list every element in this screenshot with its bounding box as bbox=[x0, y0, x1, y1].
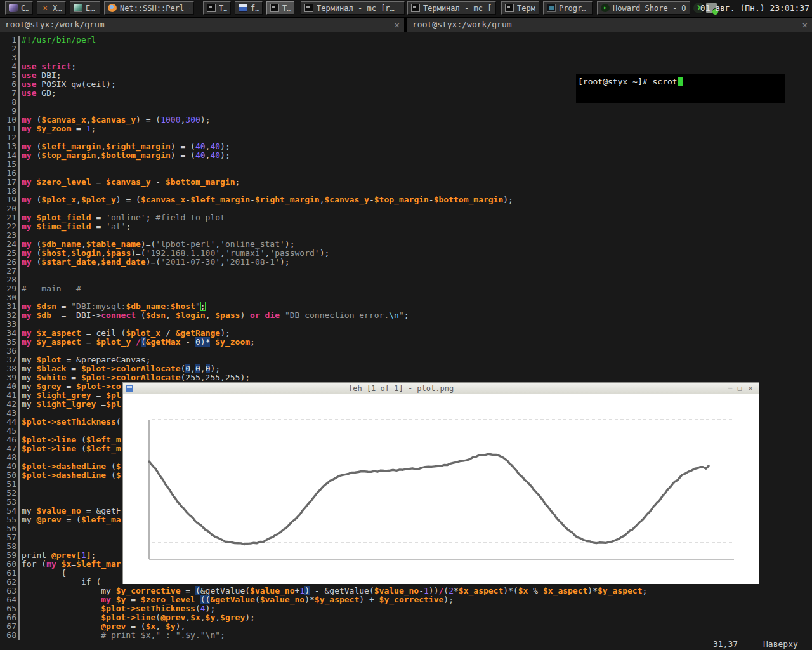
code-line: 34my $x_aspect = ceil ($plot_x / &getRan… bbox=[0, 329, 812, 338]
taskbar-button[interactable]: Net::SSH::Perl -… bbox=[104, 1, 194, 15]
line-number: 11 bbox=[0, 124, 16, 133]
line-number: 68 bbox=[0, 631, 16, 640]
line-number: 35 bbox=[0, 338, 16, 347]
line-number: 48 bbox=[0, 453, 16, 462]
terminal-icon bbox=[505, 4, 514, 12]
taskbar-button[interactable]: ▸Howard Shore - O… bbox=[597, 1, 690, 15]
line-number: 67 bbox=[0, 622, 16, 631]
code-line: 17my $zero_level = $canvas_y - $bottom_m… bbox=[0, 178, 812, 187]
code-line: 68 # print $x," : ".$y."\n"; bbox=[0, 631, 812, 640]
feh-window[interactable]: feh [1 of 1] - plot.png – □ ✕ bbox=[122, 382, 759, 584]
left-terminal-titlebar[interactable]: root@styx:/work/grum ✕ bbox=[0, 18, 404, 32]
line-number: 59 bbox=[0, 551, 16, 560]
line-number: 15 bbox=[0, 160, 16, 169]
line-number: 3 bbox=[0, 53, 16, 62]
code-line: 37my $plot = &prepareCanvas; bbox=[0, 355, 812, 364]
taskbar-button[interactable]: E… bbox=[70, 1, 100, 15]
close-icon[interactable]: ✕ bbox=[746, 383, 755, 393]
line-number: 33 bbox=[0, 320, 16, 329]
clock[interactable]: 01 авг. (Пн.) 23:01:37 bbox=[700, 3, 809, 13]
line-number: 24 bbox=[0, 240, 16, 249]
taskbar-button[interactable]: ✕X… bbox=[37, 1, 66, 15]
line-number: 28 bbox=[0, 275, 16, 284]
line-number: 20 bbox=[0, 204, 16, 213]
taskbar-button[interactable]: C… bbox=[5, 1, 33, 15]
close-icon[interactable]: ✕ bbox=[802, 18, 808, 32]
code-line: 1#!/usr/bin/perl bbox=[0, 36, 812, 44]
taskbar-button[interactable]: Progr… bbox=[543, 1, 593, 15]
code-line: 21my $plot_field = 'online'; #field to p… bbox=[0, 213, 812, 222]
image-viewer-icon bbox=[74, 4, 82, 12]
line-number: 2 bbox=[0, 44, 16, 53]
line-number: 22 bbox=[0, 222, 16, 231]
files-icon bbox=[239, 4, 247, 12]
taskbar-button-label: E… bbox=[86, 4, 95, 13]
line-number: 21 bbox=[0, 213, 16, 222]
feh-window-title: feh [1 of 1] - plot.png bbox=[348, 383, 454, 394]
taskbar-button-label: Net::SSH::Perl -… bbox=[120, 4, 190, 13]
line-number: 43 bbox=[0, 409, 16, 418]
code-line: 25my ($host,$login,$pass)=('192.168.1.10… bbox=[0, 249, 812, 258]
line-number: 30 bbox=[0, 293, 16, 302]
line-number: 49 bbox=[0, 462, 16, 471]
code-line: 27 bbox=[0, 267, 812, 275]
line-number: 18 bbox=[0, 187, 16, 196]
line-number: 6 bbox=[0, 80, 16, 89]
code-line: 28 bbox=[0, 275, 812, 284]
line-number: 9 bbox=[0, 107, 16, 116]
right-terminal-titlebar[interactable]: root@styx:/work/grum ✕ bbox=[407, 18, 812, 32]
code-line: 31my $dsn = "DBI:mysql:$db_name:$host"; bbox=[0, 302, 812, 311]
line-number: 4 bbox=[0, 62, 16, 71]
taskbar-button[interactable]: Терминал - mc [r… bbox=[301, 1, 405, 15]
line-number: 58 bbox=[0, 542, 16, 551]
code-line: 66 $plot->line(@prev,$x,$y,$grey); bbox=[0, 613, 812, 622]
code-line: 30 bbox=[0, 293, 812, 302]
block-cursor bbox=[678, 77, 683, 86]
code-line: 65 $plot->setThickness(4); bbox=[0, 604, 812, 613]
code-line: 12 bbox=[0, 133, 812, 142]
minimize-icon[interactable]: – bbox=[726, 383, 735, 393]
taskbar-button[interactable]: Терминал - mc [r… bbox=[407, 1, 496, 15]
floating-shell[interactable]: [root@styx ~]# scrot bbox=[576, 74, 785, 103]
shell-prompt: [root@styx ~]# scrot bbox=[578, 77, 683, 86]
line-number: 1 bbox=[0, 36, 16, 44]
line-number: 19 bbox=[0, 196, 16, 204]
code-line: 2 bbox=[0, 44, 812, 53]
line-number: 61 bbox=[0, 569, 16, 578]
taskbar-button-label: Progr… bbox=[559, 4, 586, 13]
feh-titlebar[interactable]: feh [1 of 1] - plot.png – □ ✕ bbox=[123, 383, 759, 394]
line-number: 52 bbox=[0, 489, 16, 498]
line-number: 46 bbox=[0, 435, 16, 444]
code-line: 36 bbox=[0, 347, 812, 355]
code-line: 11my $y_zoom = 1; bbox=[0, 124, 812, 133]
taskbar-button[interactable]: T… bbox=[266, 1, 294, 15]
taskbar-button-label: f… bbox=[251, 4, 259, 13]
code-line: 22my $time_field = 'at'; bbox=[0, 222, 812, 231]
line-number: 53 bbox=[0, 498, 16, 507]
line-number: 42 bbox=[0, 400, 16, 409]
terminal-icon bbox=[304, 4, 313, 12]
firefox-icon bbox=[108, 4, 117, 12]
kill-icon: ✕ bbox=[41, 4, 49, 12]
terminal-icon bbox=[270, 4, 279, 12]
plot-image bbox=[124, 394, 758, 583]
line-number: 29 bbox=[0, 284, 16, 293]
maximize-icon[interactable]: □ bbox=[735, 383, 744, 393]
line-number: 34 bbox=[0, 329, 16, 338]
line-number: 64 bbox=[0, 595, 16, 604]
close-icon[interactable]: ✕ bbox=[395, 18, 400, 32]
line-number: 36 bbox=[0, 347, 16, 355]
code-line: 32my $db = DBI->connect ($dsn, $login, $… bbox=[0, 311, 812, 320]
line-number: 16 bbox=[0, 169, 16, 178]
line-number: 32 bbox=[0, 311, 16, 320]
taskbar-button-label: T… bbox=[219, 4, 227, 13]
line-number: 44 bbox=[0, 418, 16, 427]
line-number: 56 bbox=[0, 524, 16, 533]
code-line: 15 bbox=[0, 160, 812, 169]
line-number: 66 bbox=[0, 613, 16, 622]
line-number: 25 bbox=[0, 249, 16, 258]
code-line: 19my ($plot_x,$plot_y) = ($canvas_x-$lef… bbox=[0, 196, 812, 204]
taskbar-button[interactable]: Терми… bbox=[501, 1, 539, 15]
taskbar-button[interactable]: T… bbox=[203, 1, 231, 15]
taskbar-button[interactable]: f… bbox=[235, 1, 263, 15]
